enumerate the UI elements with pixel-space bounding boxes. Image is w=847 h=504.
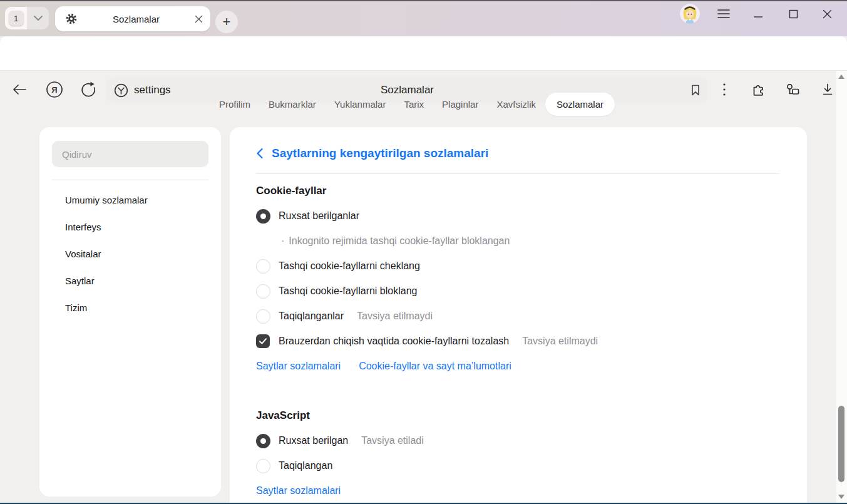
- scroll-down-arrow-icon[interactable]: [838, 495, 844, 499]
- option-row-tashqi-cookie-fayllarni-cheklang: Tashqi cookie-fayllarni cheklang: [256, 254, 779, 279]
- nav-tab-sozlamalar[interactable]: Sozlamalar: [545, 93, 615, 116]
- nav-tab-bukmarklar[interactable]: Bukmarklar: [269, 99, 316, 110]
- option-row-taqiqlanganlar: TaqiqlanganlarTavsiya etilmaydi: [256, 304, 779, 329]
- section-title: Cookie-fayllar: [256, 185, 779, 197]
- content-divider: [256, 173, 779, 174]
- extensions-button[interactable]: [749, 80, 767, 99]
- back-button[interactable]: [10, 80, 29, 99]
- downloads-button[interactable]: [818, 80, 837, 99]
- option-row-brauzerdan-chiqish-vaqtida-cookie-fayllarni-tozalash: Brauzerdan chiqish vaqtida cookie-faylla…: [256, 329, 779, 354]
- refresh-icon: [80, 81, 96, 98]
- option-row-ruxsat-berilganlar: Ruxsat berilganlar: [256, 203, 779, 229]
- download-icon: [820, 82, 835, 97]
- settings-nav: ProfilimBukmarklarYuklanmalarTarixPlagin…: [219, 93, 615, 116]
- tab-title: Sozlamalar: [78, 14, 195, 24]
- option-hint: Tavsiya etilmaydi: [522, 336, 598, 347]
- back-arrow-icon: [12, 84, 27, 95]
- puzzle-icon: [750, 81, 766, 98]
- option-label: Ruxsat berilganlar: [279, 210, 359, 222]
- refresh-button[interactable]: [79, 80, 98, 99]
- nav-tab-tarix[interactable]: Tarix: [404, 99, 424, 110]
- radio-dot: [260, 213, 266, 219]
- minimize-icon: [753, 9, 763, 19]
- yandex-logo-icon: Я: [46, 81, 63, 98]
- back-link[interactable]: Saytlarning kengaytirilgan sozlamalari: [256, 127, 779, 160]
- bookmark-button[interactable]: [688, 83, 703, 98]
- option-label: Taqiqlanganlar: [279, 311, 344, 322]
- option-row-ruxsat-berilgan: Ruxsat berilganTavsiya etiladi: [256, 428, 779, 453]
- option-label: Brauzerdan chiqish vaqtida cookie-faylla…: [279, 336, 509, 347]
- toolbar: Я settings Sozlamalar: [0, 36, 847, 71]
- sidebar-item-interfeys[interactable]: Interfeys: [52, 213, 208, 240]
- option-label: Taqiqlangan: [279, 460, 332, 471]
- checkbox-brauzerdan-chiqish-vaqtida-cookie-fayllarni-tozalash[interactable]: [256, 334, 270, 348]
- section-cookie-fayllar: Cookie-fayllarRuxsat berilganlarInkognit…: [256, 185, 779, 379]
- gear-icon: [65, 13, 78, 25]
- nav-tab-plaginlar[interactable]: Plaginlar: [442, 99, 478, 110]
- settings-sidebar: Umumiy sozlamalarInterfeysVositalarSaytl…: [39, 127, 221, 496]
- tab-group-control: 1: [5, 7, 49, 29]
- close-window-button[interactable]: [818, 4, 836, 23]
- radio-taqiqlangan[interactable]: [256, 459, 270, 473]
- sidebar-item-tizim[interactable]: Tizim: [52, 294, 208, 321]
- minimize-button[interactable]: [749, 4, 767, 23]
- tab-close-icon[interactable]: [195, 15, 203, 23]
- sidebar-list: Umumiy sozlamalarInterfeysVositalarSaytl…: [52, 187, 208, 321]
- active-tab[interactable]: Sozlamalar: [55, 6, 210, 31]
- maximize-button[interactable]: [784, 4, 803, 23]
- settings-sections: Cookie-fayllarRuxsat berilganlarInkognit…: [256, 185, 779, 503]
- page-title: Saytlarning kengaytirilgan sozlamalari: [272, 147, 488, 160]
- kebab-dots-icon: [722, 83, 726, 96]
- new-tab-button[interactable]: +: [215, 11, 238, 33]
- avatar[interactable]: [680, 4, 700, 24]
- nav-tab-xavfsizlik[interactable]: Xavfsizlik: [496, 99, 536, 110]
- hamburger-icon: [717, 9, 730, 19]
- scrollbar-thumb[interactable]: [838, 406, 844, 482]
- tab-list-dropdown[interactable]: [27, 7, 49, 29]
- browser-menu-button[interactable]: [714, 4, 733, 23]
- tab-strip: 1 Sozlamalar +: [0, 0, 847, 36]
- tab-count-button[interactable]: 1: [5, 7, 27, 29]
- option-label: Tashqi cookie-fayllarni bloklang: [279, 285, 417, 297]
- radio-ruxsat-berilgan[interactable]: [256, 434, 270, 448]
- search-input[interactable]: [52, 141, 208, 167]
- section-javascript: JavaScriptRuxsat berilganTavsiya etiladi…: [256, 409, 779, 503]
- radio-ruxsat-berilganlar[interactable]: [256, 209, 270, 224]
- yandex-home-button[interactable]: Я: [45, 80, 64, 99]
- link-saytlar-sozlamalari[interactable]: Saytlar sozlamalari: [256, 361, 341, 372]
- passwords-button[interactable]: [783, 80, 802, 99]
- option-row-taqiqlangan: Taqiqlangan: [256, 453, 779, 478]
- option-label: Ruxsat berilgan: [279, 435, 348, 446]
- maximize-icon: [789, 9, 798, 19]
- sidebar-item-umumiy-sozlamalar[interactable]: Umumiy sozlamalar: [52, 187, 208, 213]
- radio-taqiqlanganlar[interactable]: [256, 309, 270, 324]
- protect-icon[interactable]: [114, 83, 128, 98]
- nav-tab-yuklanmalar[interactable]: Yuklanmalar: [334, 99, 386, 110]
- radio-dot: [260, 438, 266, 444]
- section-title: JavaScript: [256, 409, 779, 422]
- link-cookie-fayllar-va-sayt-ma-lumotlari[interactable]: Cookie-fayllar va sayt ma’lumotlari: [359, 361, 511, 372]
- chevron-left-icon: [256, 148, 263, 159]
- links-row: Saytlar sozlamalariCookie-fayllar va say…: [256, 354, 779, 379]
- sidebar-item-vositalar[interactable]: Vositalar: [52, 240, 208, 267]
- sidebar-item-saytlar[interactable]: Saytlar: [52, 267, 208, 294]
- option-hint: Tavsiya etilmaydi: [357, 311, 433, 322]
- radio-tashqi-cookie-fayllarni-bloklang[interactable]: [256, 284, 270, 299]
- key-card-icon: [784, 81, 801, 98]
- option-hint: Tavsiya etiladi: [361, 435, 424, 446]
- link-saytlar-sozlamalari[interactable]: Saytlar sozlamalari: [256, 485, 341, 496]
- close-icon: [823, 9, 832, 19]
- chevron-down-icon: [34, 16, 43, 21]
- more-menu-button[interactable]: [715, 80, 734, 99]
- browser-window: 1 Sozlamalar +: [0, 0, 847, 504]
- links-row: Saytlar sozlamalari: [256, 478, 779, 503]
- option-label: Tashqi cookie-fayllarni cheklang: [279, 260, 420, 272]
- scrollbar[interactable]: [836, 71, 847, 504]
- settings-content: Saytlarning kengaytirilgan sozlamalari C…: [230, 127, 807, 504]
- nav-tab-profilim[interactable]: Profilim: [219, 99, 250, 110]
- scroll-up-arrow-icon[interactable]: [838, 75, 844, 79]
- option-row-tashqi-cookie-fayllarni-bloklang: Tashqi cookie-fayllarni bloklang: [256, 279, 779, 304]
- svg-text:Я: Я: [51, 85, 57, 95]
- radio-tashqi-cookie-fayllarni-cheklang[interactable]: [256, 259, 270, 274]
- url-text: settings: [134, 78, 171, 103]
